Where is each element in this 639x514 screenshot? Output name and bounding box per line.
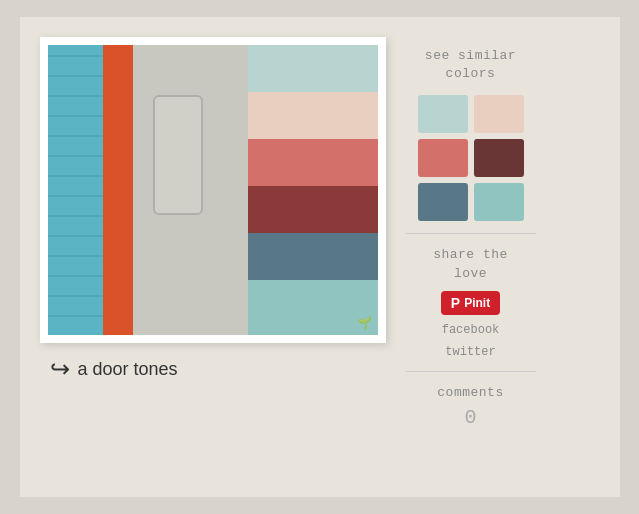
door-bell-plate — [153, 95, 203, 215]
palette-caption: a door tones — [78, 359, 178, 380]
share-section: share thelove Pinit facebook twitter — [433, 246, 508, 358]
comments-section: comments 0 — [437, 384, 503, 429]
door-coral-area — [103, 45, 133, 335]
similar-swatch-1[interactable] — [418, 95, 468, 133]
see-similar-title: see similarcolors — [425, 47, 516, 83]
divider-1 — [406, 233, 536, 234]
seeds-logo: 🌱 — [357, 316, 372, 331]
photo-palette-wrapper: 🌱 — [40, 37, 386, 343]
door-blue-area — [48, 45, 103, 335]
twitter-link[interactable]: twitter — [445, 345, 495, 359]
divider-2 — [406, 371, 536, 372]
similar-swatch-5[interactable] — [418, 183, 468, 221]
comments-count: 0 — [464, 406, 476, 429]
similar-colors-grid — [418, 95, 524, 221]
arrow-icon: ↪ — [50, 355, 70, 383]
color-strip-2[interactable] — [248, 92, 378, 139]
similar-swatch-2[interactable] — [474, 95, 524, 133]
facebook-link[interactable]: facebook — [442, 323, 500, 337]
similar-swatch-4[interactable] — [474, 139, 524, 177]
color-strip-6[interactable]: 🌱 — [248, 280, 378, 335]
main-container: 🌱 ↪ a door tones see similarcolors share… — [20, 17, 620, 497]
caption-area: ↪ a door tones — [40, 355, 386, 383]
right-panel: see similarcolors share thelove Pinit fa… — [406, 37, 536, 477]
color-strip-1[interactable] — [248, 45, 378, 92]
color-strip-5[interactable] — [248, 233, 378, 280]
left-panel: 🌱 ↪ a door tones — [40, 37, 386, 477]
comments-title: comments — [437, 384, 503, 402]
color-strip-3[interactable] — [248, 139, 378, 186]
palette-strips: 🌱 — [248, 45, 378, 335]
similar-swatch-3[interactable] — [418, 139, 468, 177]
color-strip-4[interactable] — [248, 186, 378, 233]
pinit-button[interactable]: Pinit — [441, 291, 500, 315]
door-photo — [48, 45, 248, 335]
similar-swatch-6[interactable] — [474, 183, 524, 221]
share-title: share thelove — [433, 246, 508, 282]
